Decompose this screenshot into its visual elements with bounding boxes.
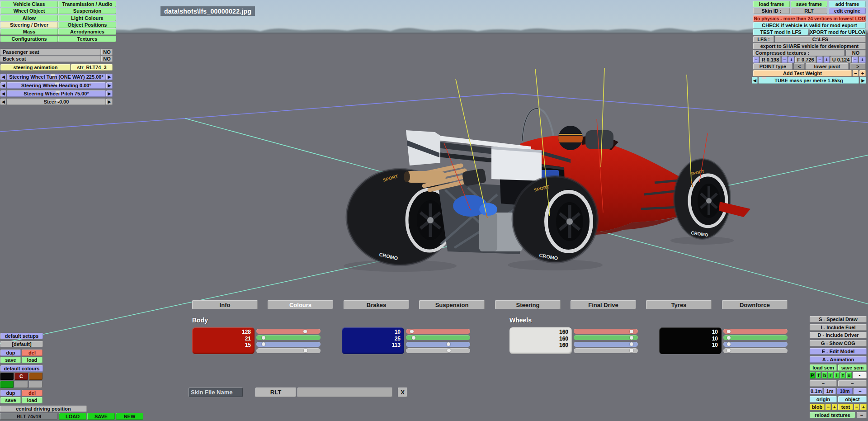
tab-downforce[interactable]: Downforce xyxy=(722,300,788,309)
plus-button[interactable]: + xyxy=(832,404,837,410)
colour-slider-r[interactable] xyxy=(574,329,638,334)
arrow-right-icon[interactable]: ▶ xyxy=(106,74,113,80)
minus-button[interactable]: − xyxy=(857,412,867,418)
load-vehicle-button[interactable]: LOAD xyxy=(59,413,86,420)
arrow-left-icon[interactable]: ◀ xyxy=(0,99,6,105)
colour-swatch-wheels-2[interactable]: 160160160 xyxy=(509,327,572,354)
slider-steer-0-00[interactable]: Steer -0.00 xyxy=(7,99,106,105)
toggle-s-special-draw[interactable]: S - Special Draw xyxy=(810,316,867,322)
menu-item-light-colours[interactable]: Light Colours xyxy=(58,15,116,21)
saved-colour-swatch[interactable] xyxy=(14,381,28,388)
slider-handle[interactable] xyxy=(630,349,633,352)
plus-button[interactable]: + xyxy=(859,57,866,63)
slider-handle[interactable] xyxy=(630,342,633,346)
colour-slider-r[interactable] xyxy=(723,329,788,334)
toggle-i-include-fuel[interactable]: I - Include Fuel xyxy=(810,324,867,331)
menu-item-object-positions[interactable]: Object Positions xyxy=(58,22,116,28)
saved-colour-swatch[interactable]: C xyxy=(14,373,28,380)
menu-item-allow[interactable]: Allow xyxy=(0,15,58,21)
colour-slider-g[interactable] xyxy=(574,335,638,340)
arrow-right-icon[interactable]: ▶ xyxy=(106,99,113,105)
slider-marker[interactable] xyxy=(51,74,55,76)
lower-pivot-button[interactable]: lower pivot xyxy=(806,63,849,70)
model-key-f[interactable]: f xyxy=(816,372,821,378)
slider-handle[interactable] xyxy=(727,330,731,333)
colour-swatch-body-0[interactable]: 1282115 xyxy=(192,327,255,354)
point-type-button[interactable]: POINT type xyxy=(753,63,793,70)
colour-slider-x[interactable] xyxy=(256,348,321,353)
slider-marker[interactable] xyxy=(762,77,766,79)
plus-button[interactable]: + xyxy=(859,70,866,76)
back-seat-value[interactable]: NO xyxy=(101,56,113,62)
slider-handle[interactable] xyxy=(262,336,265,340)
minus-button[interactable]: − xyxy=(854,404,859,410)
del-colour-button[interactable]: del xyxy=(22,390,42,396)
minus-button[interactable]: − xyxy=(753,57,759,63)
save-scm-button[interactable]: save scm xyxy=(838,364,867,371)
saved-colour-swatch[interactable] xyxy=(0,381,14,388)
plus-button[interactable]: + xyxy=(860,404,867,410)
arrow-left-icon[interactable]: ◀ xyxy=(0,74,6,80)
model-key-u[interactable]: u xyxy=(846,372,852,378)
dup-setup-button[interactable]: dup xyxy=(0,350,21,356)
arrow-left-icon[interactable]: ◀ xyxy=(752,77,758,84)
add-test-weight-button[interactable]: Add Test Weight xyxy=(753,70,852,76)
next-point-button[interactable]: > xyxy=(850,63,866,70)
colour-slider-g[interactable] xyxy=(406,335,470,340)
colour-swatch-body-1[interactable]: 1025113 xyxy=(342,327,404,354)
saved-colour-swatch[interactable] xyxy=(29,381,42,388)
steering-animation-value[interactable]: str_RLT74_3 xyxy=(71,64,113,71)
colour-slider-b[interactable] xyxy=(574,342,638,347)
toggle-g-show-cog[interactable]: G - Show COG xyxy=(810,340,867,346)
save-vehicle-button[interactable]: SAVE xyxy=(87,413,115,420)
clear-skin-button[interactable]: X xyxy=(398,388,407,397)
minus-button[interactable]: − xyxy=(852,57,858,63)
model-key-t[interactable]: t xyxy=(840,372,845,378)
tab-final-drive[interactable]: Final Drive xyxy=(571,300,636,309)
colour-slider-x[interactable] xyxy=(574,348,638,353)
slider-handle[interactable] xyxy=(447,342,450,346)
slider-handle[interactable] xyxy=(262,342,265,346)
saved-colour-swatch[interactable] xyxy=(0,373,14,380)
text-button[interactable]: text xyxy=(838,404,853,410)
save-frame-button[interactable]: save frame xyxy=(791,1,827,7)
reload-textures-button[interactable]: reload textures xyxy=(810,412,855,418)
slider-marker[interactable] xyxy=(55,82,59,85)
arrow-left-icon[interactable]: ◀ xyxy=(0,82,6,89)
slider-steering-wheel-pitch[interactable]: Steering Wheel Pitch 75.00° xyxy=(7,90,106,97)
slider-handle[interactable] xyxy=(304,349,307,352)
slider-handle[interactable] xyxy=(727,342,731,346)
menu-item-vehicle-class[interactable]: Vehicle Class xyxy=(0,1,58,7)
colour-slider-b[interactable] xyxy=(256,342,321,347)
export-mod-button[interactable]: EXPORT mod for UPLOAD xyxy=(810,29,866,35)
minus-button[interactable]: − xyxy=(838,380,867,387)
dup-colour-button[interactable]: dup xyxy=(0,390,21,396)
colour-swatch-wheels-3[interactable]: 101010 xyxy=(659,327,722,354)
model-key-P[interactable]: P xyxy=(810,372,815,378)
menu-item-transmission-audio[interactable]: Transmission / Audio xyxy=(58,1,116,7)
arrow-right-icon[interactable]: ▶ xyxy=(860,77,866,84)
tab-tyres[interactable]: Tyres xyxy=(646,300,712,309)
arrow-right-icon[interactable]: ▶ xyxy=(106,90,113,97)
tab-brakes[interactable]: Brakes xyxy=(344,300,409,309)
menu-item-mass[interactable]: Mass xyxy=(0,28,58,35)
blob-button[interactable]: blob xyxy=(810,404,825,410)
pivot-u-value[interactable]: U 0.124 xyxy=(830,57,851,63)
menu-item-configurations[interactable]: Configurations xyxy=(0,36,58,42)
tab-info[interactable]: Info xyxy=(192,300,258,309)
load-colour-button[interactable]: load xyxy=(22,397,42,403)
tab-colours[interactable]: Colours xyxy=(268,300,333,309)
arrow-right-icon[interactable]: ▶ xyxy=(106,82,113,89)
edit-model-button[interactable]: E - Edit Model xyxy=(810,348,867,355)
check-valid-button[interactable]: CHECK if vehicle is valid for mod export xyxy=(753,22,866,28)
object-button[interactable]: object xyxy=(838,396,867,402)
colour-slider-x[interactable] xyxy=(723,348,788,353)
load-setup-button[interactable]: load xyxy=(22,357,42,363)
tab-steering[interactable]: Steering xyxy=(495,300,561,309)
vehicle-name-field[interactable]: RLT 74v19 xyxy=(0,413,58,420)
skin-id-value[interactable]: RLT xyxy=(791,8,827,14)
slider-handle[interactable] xyxy=(412,336,415,340)
grid-size-1m[interactable]: 1m xyxy=(824,388,836,394)
colour-slider-r[interactable] xyxy=(256,329,321,334)
del-setup-button[interactable]: del xyxy=(22,350,42,356)
